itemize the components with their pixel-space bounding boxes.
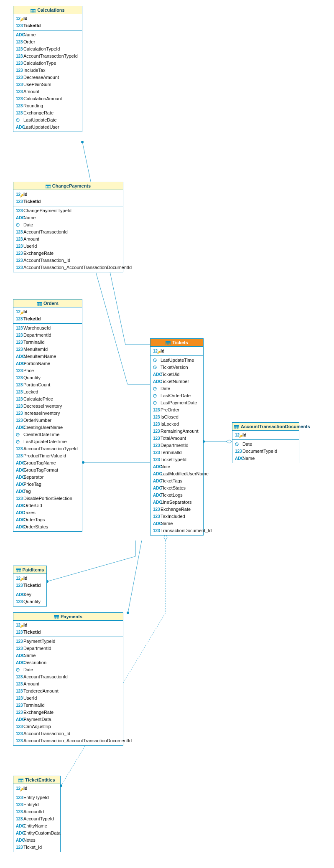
column-row[interactable]: ADCTicketLogs: [150, 492, 203, 499]
column-row[interactable]: LastOrderDate: [150, 392, 203, 399]
column-row[interactable]: 123Price: [13, 367, 82, 374]
column-row[interactable]: 123TenderedAmount: [13, 688, 123, 695]
column-row[interactable]: 123TicketId: [13, 582, 46, 589]
column-row[interactable]: 123ProductTimerValueId: [13, 452, 82, 459]
column-row[interactable]: CreatedDateTime: [13, 431, 82, 438]
column-row[interactable]: 12🔑Id: [13, 15, 82, 22]
column-row[interactable]: 123AccountTransaction_Id: [13, 257, 123, 264]
column-row[interactable]: ADCTicketUid: [150, 371, 203, 378]
column-row[interactable]: 123DisablePortionSelection: [13, 495, 82, 502]
column-row[interactable]: 123Locked: [13, 388, 82, 396]
column-row[interactable]: ADCPortionName: [13, 360, 82, 367]
column-row[interactable]: ADCEntityName: [13, 822, 60, 830]
column-row[interactable]: 123DepartmentId: [13, 332, 82, 339]
column-row[interactable]: 123AccountTransaction_AccountTransaction…: [13, 737, 123, 744]
table-calculations[interactable]: Calculations 12🔑Id123TicketId ADCName123…: [13, 6, 82, 132]
column-row[interactable]: 123IncludeTax: [13, 67, 82, 74]
column-row[interactable]: 123AccountTransaction_AccountTransaction…: [13, 264, 123, 271]
column-row[interactable]: 123Amount: [13, 88, 82, 95]
column-row[interactable]: ADCPriceTag: [13, 481, 82, 488]
column-row[interactable]: ADCGroupTagFormat: [13, 467, 82, 474]
column-row[interactable]: ADCTag: [13, 488, 82, 495]
column-row[interactable]: ADCOrderUid: [13, 502, 82, 509]
column-row[interactable]: 123UsePlainSum: [13, 81, 82, 88]
table-tickets[interactable]: Tickets 12🔑Id LastUpdateTimeTicketVersio…: [150, 338, 204, 536]
column-row[interactable]: ADCName: [13, 214, 123, 221]
column-row[interactable]: 123CalculatePrice: [13, 396, 82, 403]
column-row[interactable]: 123DepartmentId: [150, 442, 203, 449]
column-row[interactable]: 12🔑Id: [232, 431, 299, 439]
column-row[interactable]: 123CalculationType: [13, 60, 82, 67]
column-row[interactable]: 123ExchangeRate: [13, 109, 82, 117]
column-row[interactable]: 123AccountTypeId: [13, 815, 60, 822]
column-row[interactable]: 123Amount: [13, 236, 123, 243]
column-row[interactable]: 123TransactionDocument_Id: [150, 527, 203, 534]
table-changepayments[interactable]: ChangePayments 12🔑Id123TicketId 123Chang…: [13, 182, 123, 272]
column-row[interactable]: 123CalculationAmount: [13, 95, 82, 102]
column-row[interactable]: Date: [232, 441, 299, 448]
column-row[interactable]: ADCName: [150, 520, 203, 527]
column-row[interactable]: 123TaxIncluded: [150, 513, 203, 520]
column-row[interactable]: 123IsLocked: [150, 421, 203, 428]
column-row[interactable]: LastUpdateTime: [150, 357, 203, 364]
column-row[interactable]: 123AccountTransactionTypeId: [13, 445, 82, 452]
column-row[interactable]: 123PortionCount: [13, 381, 82, 388]
column-row[interactable]: 123ExchangeRate: [13, 250, 123, 257]
column-row[interactable]: 123PreOrder: [150, 406, 203, 414]
column-row[interactable]: ADCTicketStates: [150, 485, 203, 492]
column-row[interactable]: ADCName: [232, 455, 299, 462]
column-row[interactable]: ADCTaxes: [13, 509, 82, 516]
column-row[interactable]: ADCKey: [13, 591, 46, 598]
column-row[interactable]: ADCLastModifiedUserName: [150, 470, 203, 477]
column-row[interactable]: 123Ticket_Id: [13, 844, 60, 851]
table-payments[interactable]: Payments 12🔑Id123TicketId 123PaymentType…: [13, 612, 123, 746]
column-row[interactable]: 123DecreaseAmount: [13, 74, 82, 81]
column-row[interactable]: 12🔑Id: [13, 785, 60, 792]
column-row[interactable]: 123OrderNumber: [13, 417, 82, 424]
column-row[interactable]: 123ChangePaymentTypeId: [13, 207, 123, 214]
table-orders[interactable]: Orders 12🔑Id123TicketId 123WarehouseId12…: [13, 299, 82, 532]
table-paiditems[interactable]: PaidItems 12🔑Id123TicketId ADCKey123Quan…: [13, 566, 47, 607]
column-row[interactable]: 123EntityTypeId: [13, 794, 60, 801]
column-row[interactable]: 123Quantity: [13, 374, 82, 381]
column-row[interactable]: ADCDescription: [13, 659, 123, 666]
column-row[interactable]: 123TerminalId: [150, 449, 203, 456]
column-row[interactable]: 123TerminalId: [13, 702, 123, 709]
column-row[interactable]: 123MenuItemId: [13, 346, 82, 353]
column-row[interactable]: 12🔑Id: [13, 308, 82, 315]
column-row[interactable]: LastPaymentDate: [150, 399, 203, 406]
column-row[interactable]: 123PaymentTypeId: [13, 638, 123, 645]
column-row[interactable]: 123ExchangeRate: [13, 709, 123, 716]
table-account-transaction-documents[interactable]: AccountTransactionDocuments 12🔑Id Date12…: [232, 422, 299, 463]
column-row[interactable]: ADCOrderTags: [13, 516, 82, 523]
column-row[interactable]: 123AccountTransactionTypeId: [13, 53, 82, 60]
column-row[interactable]: ADCCreatingUserName: [13, 424, 82, 431]
column-row[interactable]: LastUpdateDateTime: [13, 438, 82, 445]
table-ticketentities[interactable]: TicketEntities 12🔑Id 123EntityTypeId123E…: [13, 776, 61, 852]
column-row[interactable]: 123RemainingAmount: [150, 428, 203, 435]
column-row[interactable]: LastUpdateDate: [13, 117, 82, 124]
column-row[interactable]: ADCPaymentData: [13, 716, 123, 723]
column-row[interactable]: 12🔑Id: [13, 191, 123, 198]
column-row[interactable]: ADCLineSeparators: [150, 499, 203, 506]
column-row[interactable]: ADCOrderStates: [13, 523, 82, 530]
column-row[interactable]: 123UserId: [13, 243, 123, 250]
column-row[interactable]: 12🔑Id: [150, 348, 203, 355]
column-row[interactable]: 123TerminalId: [13, 339, 82, 346]
column-row[interactable]: 123CanAdjustTip: [13, 723, 123, 730]
column-row[interactable]: ADCTicketNumber: [150, 378, 203, 385]
column-row[interactable]: 123AccountTransactionId: [13, 228, 123, 236]
column-row[interactable]: 123DepartmentId: [13, 645, 123, 652]
column-row[interactable]: Date: [13, 666, 123, 673]
column-row[interactable]: ADCName: [13, 31, 82, 38]
column-row[interactable]: 123AccountTransactionId: [13, 673, 123, 680]
column-row[interactable]: Date: [13, 221, 123, 228]
column-row[interactable]: 123Quantity: [13, 598, 46, 605]
column-row[interactable]: 123Order: [13, 38, 82, 46]
column-row[interactable]: 123AccountId: [13, 808, 60, 815]
column-row[interactable]: ADCMenuItemName: [13, 353, 82, 360]
column-row[interactable]: 123TicketId: [13, 198, 123, 205]
column-row[interactable]: ADCName: [13, 652, 123, 659]
column-row[interactable]: ADCEntityCustomData: [13, 830, 60, 837]
column-row[interactable]: 123DecreaseInventory: [13, 403, 82, 410]
